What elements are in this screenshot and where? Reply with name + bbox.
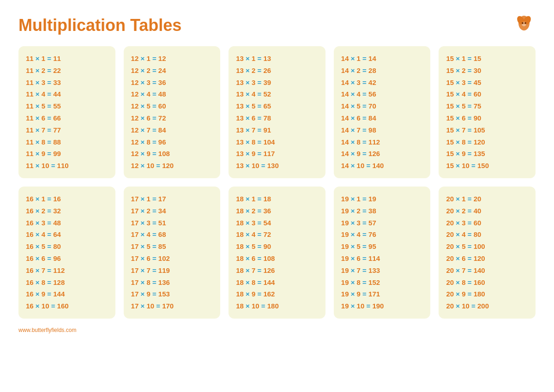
result: 54 xyxy=(263,219,271,227)
equals: = xyxy=(361,102,368,110)
operator: × xyxy=(349,162,356,169)
operator: × xyxy=(138,195,146,203)
base-number: 11 xyxy=(26,66,34,74)
operator: × xyxy=(34,138,42,146)
base-number: 14 xyxy=(341,78,349,86)
operator: × xyxy=(349,138,356,146)
base-number: 11 xyxy=(26,90,34,98)
multiplier: 1 xyxy=(42,195,45,203)
operator: × xyxy=(349,90,356,98)
table-row: 17 × 9 = 153 xyxy=(131,288,213,300)
result: 112 xyxy=(53,266,65,274)
result: 11 xyxy=(53,54,61,62)
result: 65 xyxy=(263,102,271,110)
operator: × xyxy=(454,66,462,74)
table-row: 14 × 4 = 56 xyxy=(341,88,423,100)
base-number: 16 xyxy=(26,302,34,310)
multiplier: 1 xyxy=(42,54,45,62)
base-number: 18 xyxy=(236,254,244,262)
multiplier: 10 xyxy=(357,302,365,310)
operator: × xyxy=(454,207,462,215)
equals: = xyxy=(151,254,158,262)
table-row: 12 × 3 = 36 xyxy=(131,77,213,89)
equals: = xyxy=(361,230,368,238)
base-number: 14 xyxy=(341,114,349,122)
equals: = xyxy=(466,114,474,122)
base-number: 20 xyxy=(446,302,454,310)
result: 126 xyxy=(263,266,275,274)
table-row: 20 × 6 = 120 xyxy=(446,253,528,265)
equals: = xyxy=(45,266,53,274)
operator: × xyxy=(34,290,42,298)
operator: × xyxy=(34,114,42,122)
operator: × xyxy=(34,195,42,203)
equals: = xyxy=(361,114,368,122)
equals: = xyxy=(361,138,368,146)
multiplier: 7 xyxy=(357,266,361,274)
table-card-14: 14 × 1 = 1414 × 2 = 2814 × 3 = 4214 × 4 … xyxy=(334,46,431,178)
operator: × xyxy=(244,126,252,134)
equals: = xyxy=(255,114,263,122)
table-card-17: 17 × 1 = 1717 × 2 = 3417 × 3 = 5117 × 4 … xyxy=(124,187,221,319)
table-row: 12 × 10 = 120 xyxy=(131,160,213,172)
table-row: 17 × 1 = 17 xyxy=(131,193,213,205)
base-number: 19 xyxy=(341,254,349,262)
equals: = xyxy=(154,162,162,169)
operator: × xyxy=(454,230,462,238)
result: 24 xyxy=(158,66,166,74)
multiplier: 2 xyxy=(42,207,45,215)
base-number: 17 xyxy=(131,278,139,286)
result: 48 xyxy=(158,90,166,98)
multiplier: 4 xyxy=(462,90,465,98)
operator: × xyxy=(454,54,462,62)
table-row: 13 × 6 = 78 xyxy=(236,112,318,124)
multiplier: 9 xyxy=(462,150,465,157)
operator: × xyxy=(244,102,252,110)
table-row: 14 × 1 = 14 xyxy=(341,53,423,65)
result: 78 xyxy=(263,114,271,122)
table-row: 16 × 4 = 64 xyxy=(26,229,108,241)
operator: × xyxy=(349,102,356,110)
equals: = xyxy=(45,242,53,250)
multiplier: 5 xyxy=(357,242,361,250)
operator: × xyxy=(138,162,146,169)
result: 15 xyxy=(474,54,482,62)
result: 90 xyxy=(474,114,482,122)
multiplier: 1 xyxy=(462,54,465,62)
equals: = xyxy=(154,302,162,310)
table-row: 13 × 4 = 52 xyxy=(236,88,318,100)
table-row: 17 × 10 = 170 xyxy=(131,300,213,312)
base-number: 20 xyxy=(446,242,454,250)
result: 36 xyxy=(158,78,166,86)
result: 60 xyxy=(474,219,482,227)
multiplier: 6 xyxy=(42,254,45,262)
equals: = xyxy=(466,102,474,110)
operator: × xyxy=(34,102,42,110)
result: 42 xyxy=(368,78,376,86)
base-number: 11 xyxy=(26,114,34,122)
result: 80 xyxy=(53,242,61,250)
multiplier: 10 xyxy=(462,162,470,169)
equals: = xyxy=(45,150,53,157)
multiplier: 3 xyxy=(146,78,150,86)
equals: = xyxy=(151,66,158,74)
base-number: 18 xyxy=(236,302,244,310)
operator: × xyxy=(349,114,356,122)
base-number: 14 xyxy=(341,126,349,134)
table-row: 11 × 4 = 44 xyxy=(26,88,108,100)
operator: × xyxy=(349,207,356,215)
result: 85 xyxy=(158,242,166,250)
operator: × xyxy=(349,66,356,74)
result: 150 xyxy=(477,162,489,169)
result: 144 xyxy=(53,290,65,298)
equals: = xyxy=(151,242,158,250)
multiplier: 6 xyxy=(146,254,150,262)
base-number: 16 xyxy=(26,278,34,286)
table-row: 16 × 8 = 128 xyxy=(26,277,108,289)
table-row: 18 × 1 = 18 xyxy=(236,193,318,205)
result: 77 xyxy=(53,126,61,134)
operator: × xyxy=(244,242,252,250)
base-number: 12 xyxy=(131,138,139,146)
page-header: Multiplication Tables xyxy=(18,14,536,37)
multiplier: 5 xyxy=(462,242,465,250)
